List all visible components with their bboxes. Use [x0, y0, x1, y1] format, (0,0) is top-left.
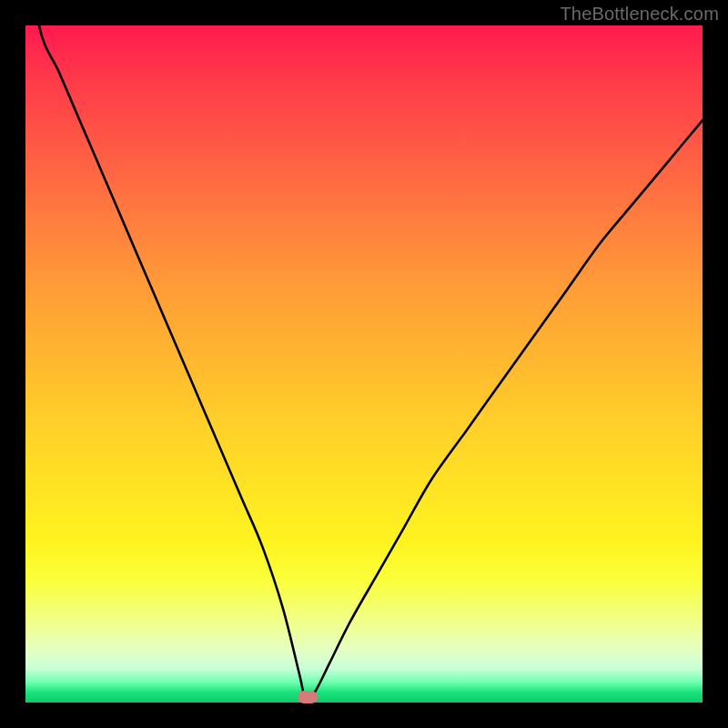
- bottleneck-curve: [25, 25, 703, 703]
- plot-area: [25, 25, 703, 703]
- outer-frame: TheBottleneck.com: [0, 0, 728, 728]
- watermark-text: TheBottleneck.com: [560, 4, 719, 25]
- minimum-marker: [298, 691, 318, 703]
